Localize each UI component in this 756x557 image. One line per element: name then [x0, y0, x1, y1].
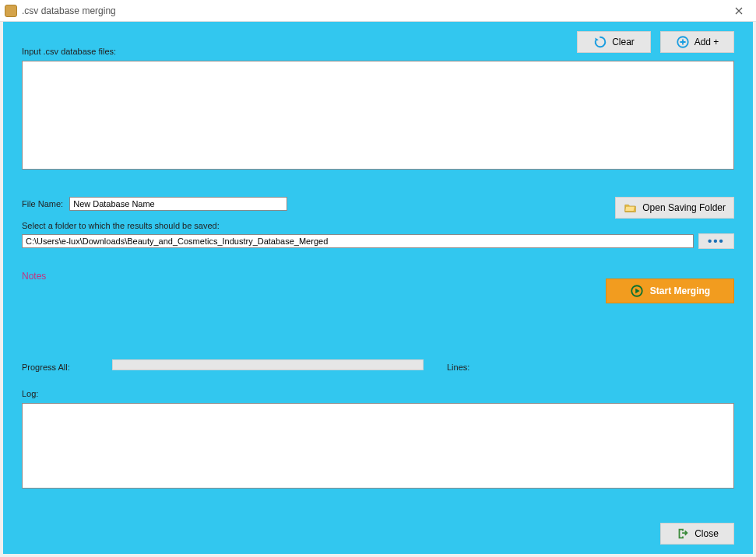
window-close-button[interactable] — [721, 0, 756, 22]
clear-button[interactable]: Clear — [577, 31, 651, 53]
folder-open-icon — [624, 201, 638, 215]
lines-label: Lines: — [447, 363, 469, 372]
folder-path-input[interactable] — [22, 234, 694, 248]
titlebar: .csv database merging — [0, 0, 756, 22]
progress-all-label: Progress All: — [22, 363, 70, 372]
window-title: .csv database merging — [22, 5, 116, 16]
plus-circle-icon — [676, 35, 690, 49]
add-button-label: Add + — [694, 37, 719, 47]
browse-folder-button[interactable]: ••• — [698, 233, 734, 249]
exit-icon — [676, 527, 690, 541]
log-textarea[interactable] — [22, 403, 734, 489]
add-button[interactable]: Add + — [660, 31, 734, 53]
start-merging-button[interactable]: Start Merging — [606, 278, 734, 303]
close-button[interactable]: Close — [660, 523, 734, 545]
play-circle-icon — [630, 284, 644, 298]
open-saving-folder-button[interactable]: Open Saving Folder — [615, 197, 734, 219]
start-merging-label: Start Merging — [650, 286, 710, 296]
input-files-label: Input .csv database files: — [22, 47, 116, 56]
ellipsis-icon: ••• — [708, 238, 725, 244]
input-files-list[interactable] — [22, 61, 734, 170]
close-button-label: Close — [694, 528, 719, 539]
progress-all-bar — [112, 359, 424, 370]
notes-label: Notes — [22, 271, 46, 282]
undo-icon — [593, 35, 607, 49]
clear-button-label: Clear — [612, 37, 635, 47]
open-saving-folder-label: Open Saving Folder — [642, 202, 726, 213]
app-icon — [5, 5, 17, 17]
main-panel: Clear Add + Input .csv database files: F… — [3, 22, 753, 554]
log-label: Log: — [22, 389, 38, 398]
select-folder-label: Select a folder to which the results sho… — [22, 221, 220, 230]
close-icon — [735, 7, 743, 15]
file-name-label: File Name: — [22, 199, 63, 208]
file-name-input[interactable] — [69, 197, 287, 211]
